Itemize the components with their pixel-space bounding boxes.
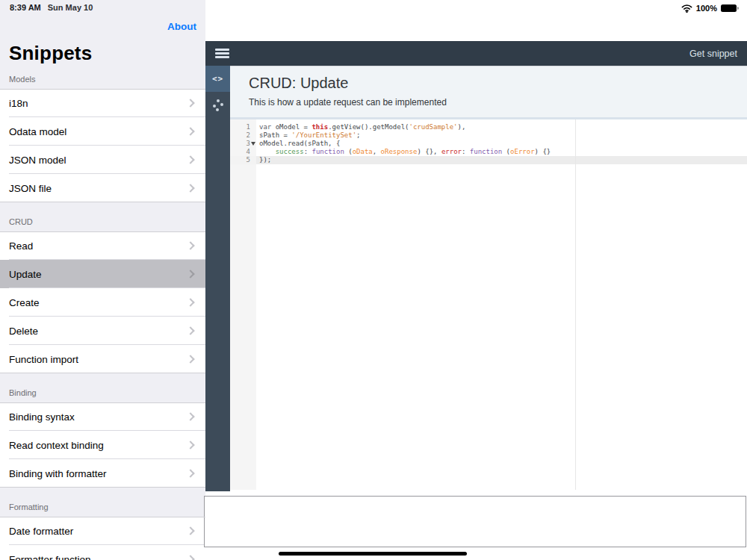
code-line: sPath = '/YourEntitySet'; [259,131,747,140]
wifi-icon [681,4,692,13]
home-indicator[interactable] [279,552,467,556]
section-group: i18nOdata modelJSON modelJSON file [0,89,205,202]
line-number: 3 [230,140,256,148]
code-editor[interactable]: 12345 var oModel = this.getView().getMod… [230,119,747,490]
editor-code-area[interactable]: var oModel = this.getView().getModel('cr… [259,119,747,490]
section-group: Binding syntaxRead context bindingBindin… [0,402,205,488]
chevron-right-icon [186,241,194,249]
sidebar-item-read-context-binding[interactable]: Read context binding [0,431,205,459]
sidebar-item-date-formatter[interactable]: Date formatter [0,517,205,545]
chevron-right-icon [186,99,194,107]
line-number: 2 [230,131,256,140]
about-button[interactable]: About [167,21,196,32]
chevron-right-icon [186,298,194,306]
app-header: Get snippet [205,41,747,66]
item-label: Read [9,240,33,252]
item-label: JSON file [9,183,52,194]
sidebar-item-formatter-function[interactable]: Formatter function [0,545,205,560]
sidebar-item-binding-syntax[interactable]: Binding syntax [0,402,205,431]
chevron-right-icon [186,270,194,278]
chevron-right-icon [186,555,194,560]
snippet-output-textarea[interactable] [204,496,746,547]
section-group: ReadUpdateCreateDeleteFunction import [0,231,205,373]
tool-rail: <> [205,66,230,491]
page-title: Snippets [9,42,92,65]
dots-view-button[interactable] [205,92,230,118]
item-label: JSON model [9,155,66,166]
sidebar-item-i18n[interactable]: i18n [0,89,205,117]
line-number: 5 [230,156,256,164]
item-label: Function import [9,354,78,365]
code-line: var oModel = this.getView().getModel('cr… [259,123,747,131]
dots-cluster-icon [212,99,223,111]
content-header: CRUD: Update This is how a update reques… [230,66,747,119]
sidebar-item-create[interactable]: Create [0,288,205,317]
item-label: Read context binding [9,440,104,451]
item-label: Formatter function [9,554,91,560]
section-header: Formatting [0,488,205,517]
chevron-right-icon [186,355,194,363]
item-label: Create [9,297,40,308]
code-view-button[interactable]: <> [205,66,230,92]
section-group: Date formatterFormatter function [0,517,205,560]
chevron-right-icon [186,469,194,477]
item-label: i18n [9,98,28,109]
app-screen: 8:39 AMSun May 10 About Snippets Modelsi… [0,0,747,560]
item-label: Date formatter [9,526,73,537]
chevron-right-icon [186,184,194,192]
item-label: Update [9,269,42,280]
item-label: Delete [9,326,38,337]
sidebar-item-json-file[interactable]: JSON file [0,174,205,202]
get-snippet-button[interactable]: Get snippet [689,49,737,59]
editor-gutter: 12345 [230,119,256,490]
sidebar-item-update[interactable]: Update [0,260,205,288]
chevron-right-icon [186,526,194,535]
code-line: success: function (oData, oResponse) {},… [259,148,747,156]
section-header: CRUD [0,202,205,231]
chevron-right-icon [186,412,194,420]
code-icon: <> [212,74,223,84]
section-header: Binding [0,373,205,402]
snippet-subtitle: This is how a update request can be impl… [230,92,747,108]
sidebar: 8:39 AMSun May 10 About Snippets Modelsi… [0,0,205,560]
chevron-right-icon [186,326,194,335]
item-label: Odata model [9,126,66,137]
status-indicators: 100% [681,4,737,13]
chevron-right-icon [186,155,194,164]
battery-icon [721,4,737,12]
item-label: Binding with formatter [9,468,107,479]
status-bar-right-area: 100% [205,0,747,41]
line-number: 1 [230,123,256,131]
status-bar-left: 8:39 AMSun May 10 [10,3,93,12]
section-header: Models [0,67,205,89]
code-line: oModel.read(sPath, { [259,140,747,148]
sidebar-item-function-import[interactable]: Function import [0,345,205,373]
item-label: Binding syntax [9,411,75,423]
sidebar-item-odata-model[interactable]: Odata model [0,117,205,146]
hamburger-menu-icon[interactable] [215,49,229,58]
code-line: }); [259,156,747,164]
snippet-list: Modelsi18nOdata modelJSON modelJSON file… [0,67,205,560]
battery-percent: 100% [696,4,717,13]
status-time: 8:39 AM [10,3,41,12]
status-date: Sun May 10 [48,3,93,12]
chevron-right-icon [186,441,194,449]
sidebar-item-delete[interactable]: Delete [0,317,205,345]
line-number: 4 [230,148,256,156]
sidebar-item-read[interactable]: Read [0,231,205,260]
sidebar-item-binding-with-formatter[interactable]: Binding with formatter [0,459,205,488]
fold-arrow-icon[interactable] [251,142,255,146]
sidebar-item-json-model[interactable]: JSON model [0,146,205,174]
snippet-title: CRUD: Update [230,66,747,92]
chevron-right-icon [186,127,194,135]
